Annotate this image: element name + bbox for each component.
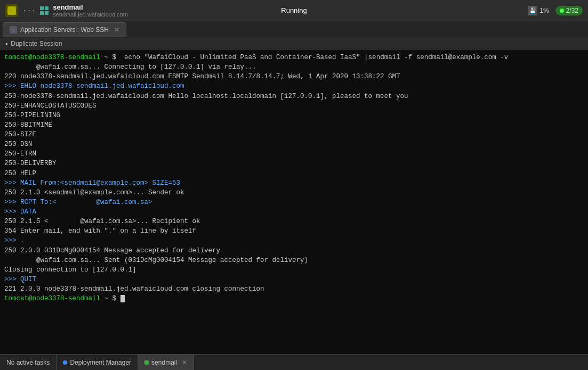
duplicate-icon: ▪: [5, 40, 7, 47]
app-icon: [5, 4, 18, 17]
duplicate-session-bar[interactable]: ▪ Duplicate Session: [0, 38, 588, 50]
terminal-icon: ▪: [10, 26, 17, 34]
tab-close-icon[interactable]: ✕: [114, 26, 119, 34]
top-bar-right: 💾 1% 2/32: [394, 6, 583, 15]
top-bar: ··· sendmail sendmail.jed.wafaicloud.com…: [0, 0, 588, 21]
terminal-output: tomcat@node3378-sendmail ~ $ echo "Wafai…: [4, 53, 584, 303]
task-badge[interactable]: 2/32: [555, 6, 583, 15]
taskbar-no-active-tasks[interactable]: No active tasks: [0, 355, 57, 370]
nav-dots[interactable]: ···: [22, 6, 36, 15]
grid-icon[interactable]: [40, 6, 49, 15]
taskbar-deployment-manager[interactable]: Deployment Manager: [57, 355, 138, 370]
app-name: sendmail: [53, 3, 128, 11]
task-count: 2/32: [566, 7, 578, 14]
app-domain: sendmail.jed.wafaicloud.com: [53, 11, 128, 18]
app-name-section: sendmail sendmail.jed.wafaicloud.com: [53, 3, 128, 18]
status-label: Running: [199, 6, 388, 14]
taskbar-sendmail-close[interactable]: ✕: [182, 359, 187, 366]
deployment-manager-icon: [63, 360, 67, 365]
tab-bar: ▪ Application Servers : Web SSH ✕: [0, 21, 588, 38]
cpu-icon: 💾: [528, 6, 537, 15]
tab-web-ssh[interactable]: ▪ Application Servers : Web SSH ✕: [3, 22, 126, 37]
sendmail-label: sendmail: [151, 359, 177, 366]
taskbar: No active tasks Deployment Manager sendm…: [0, 354, 588, 370]
duplicate-label: Duplicate Session: [11, 40, 62, 47]
top-bar-left: ··· sendmail sendmail.jed.wafaicloud.com: [5, 3, 194, 18]
sendmail-icon: [144, 360, 149, 365]
tab-label: Application Servers : Web SSH: [20, 26, 109, 34]
cpu-percentage: 1%: [539, 7, 549, 14]
taskbar-sendmail[interactable]: sendmail ✕: [138, 355, 194, 370]
cpu-indicator: 💾 1%: [528, 6, 549, 15]
task-dot: [560, 9, 564, 13]
no-active-tasks-label: No active tasks: [6, 359, 50, 366]
terminal[interactable]: tomcat@node3378-sendmail ~ $ echo "Wafai…: [0, 50, 588, 354]
deployment-manager-label: Deployment Manager: [70, 359, 131, 366]
